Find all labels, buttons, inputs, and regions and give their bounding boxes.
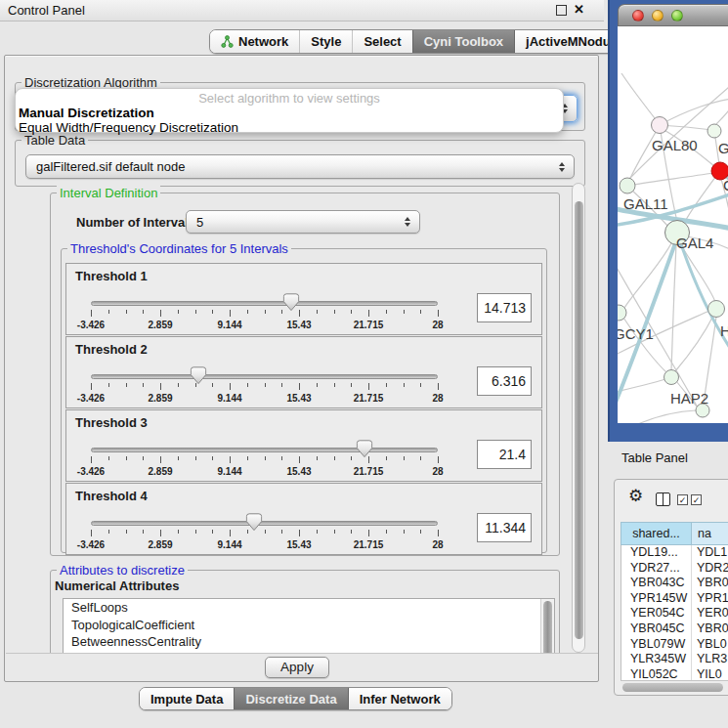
table-row[interactable]: YDL19...YDL1	[621, 545, 728, 561]
mac-minimize-button[interactable]	[652, 10, 664, 21]
attribute-item-selfloops[interactable]: SelfLoops	[64, 599, 554, 617]
threshold-value-field[interactable]: 11.344	[477, 513, 532, 542]
network-graph[interactable]: GAL80GAGAL11CGAL4GCY1HHAP2	[618, 26, 728, 423]
threshold-label: Threshold 4	[75, 489, 148, 503]
table-row[interactable]: YIL052CYIL0	[621, 667, 728, 680]
panel-vertical-scrollbar[interactable]	[572, 183, 585, 653]
slider-tick	[160, 310, 161, 317]
mac-zoom-button[interactable]	[671, 10, 683, 21]
slider-track[interactable]	[91, 448, 438, 452]
slider-tick	[317, 310, 318, 314]
tab-network[interactable]: Network	[210, 30, 299, 53]
algorithm-option-equal-width-frequency-discretization[interactable]: Equal Width/Frequency Discretization	[16, 120, 563, 135]
checkbox-checked-icon[interactable]: ✓	[691, 494, 702, 505]
tab-impute-data[interactable]: Impute Data	[140, 688, 234, 709]
scrollbar-thumb[interactable]	[575, 201, 583, 639]
slider-tick	[281, 456, 282, 460]
threshold-value-field[interactable]: 14.713	[477, 293, 532, 322]
threshold-slider[interactable]: -3.4262.8599.14415.4321.71528	[91, 515, 438, 554]
slider-tick	[438, 383, 439, 390]
cell-name: YIL0	[692, 667, 728, 680]
attributes-list[interactable]: SelfLoopsTopologicalCoefficientBetweenne…	[63, 598, 555, 653]
slider-track[interactable]	[91, 521, 438, 526]
number-of-intervals-select[interactable]: 5	[186, 210, 420, 234]
slider-tick	[230, 456, 231, 463]
network-window-titlebar[interactable]	[618, 4, 728, 26]
slider-thumb[interactable]	[357, 440, 373, 461]
attribute-item-topologicalcoefficient[interactable]: TopologicalCoefficient	[64, 617, 554, 634]
scrollbar-thumb[interactable]	[622, 683, 723, 692]
table-body[interactable]: YDL19...YDL1YDR27...YDR2YBR043CYBR0YPR14…	[621, 545, 728, 680]
attributes-items: SelfLoopsTopologicalCoefficientBetweenne…	[64, 599, 554, 651]
threshold-slider[interactable]: -3.4262.8599.14415.4321.71528	[91, 442, 438, 481]
table-row[interactable]: YBR045CYBR0	[621, 621, 728, 637]
slider-tick-label: 9.144	[217, 466, 241, 477]
slider-tick-label: 28	[432, 466, 443, 477]
slider-tick	[143, 530, 144, 534]
apply-button[interactable]: Apply	[265, 657, 329, 678]
column-header-shared-name[interactable]: shared...	[621, 522, 692, 545]
slider-tick	[317, 456, 318, 460]
table-row[interactable]: YDR27...YDR2	[621, 561, 728, 577]
tab-style[interactable]: Style	[299, 30, 352, 53]
scrollbar-thumb[interactable]	[543, 601, 552, 653]
threshold-slider[interactable]: -3.4262.8599.14415.4321.71528	[91, 368, 438, 407]
close-panel-icon[interactable]: ✕	[574, 2, 584, 17]
tab-label: Network	[238, 34, 288, 49]
group-title: Table Data	[21, 133, 88, 148]
slider-track[interactable]	[91, 301, 438, 306]
table-row[interactable]: YLR345WYLR3	[621, 652, 728, 667]
tab-discretize-data[interactable]: Discretize Data	[234, 688, 347, 709]
attributes-list-scrollbar[interactable]	[540, 599, 554, 653]
attribute-item-betweennesscentrality[interactable]: BetweennessCentrality	[64, 633, 554, 651]
slider-tick	[178, 383, 179, 387]
network-node-label: GA	[718, 140, 728, 156]
network-node[interactable]	[664, 370, 679, 385]
separator	[6, 653, 598, 654]
network-edge	[618, 410, 696, 423]
slider-tick-label: 2.859	[148, 539, 172, 550]
algorithm-option-manual-discretization[interactable]: Manual Discretization	[16, 106, 563, 120]
table-row[interactable]: YBR043CYBR0	[621, 576, 728, 591]
table-row[interactable]: YER054CYER0	[621, 606, 728, 621]
group-title: Interval Definition	[57, 186, 160, 200]
table-horizontal-scrollbar[interactable]	[621, 680, 728, 693]
tab-infer-network[interactable]: Infer Network	[348, 688, 451, 709]
slider-thumb[interactable]	[282, 293, 299, 315]
slider-tick	[195, 310, 196, 314]
slider-tick	[91, 456, 92, 463]
combo-arrows-icon	[401, 217, 414, 227]
threshold-value-field[interactable]: 21.4	[477, 440, 532, 469]
table-data-select[interactable]: galFiltered.sif default node	[25, 154, 575, 179]
slider-tick	[212, 530, 213, 534]
slider-thumb[interactable]	[191, 366, 207, 388]
network-node[interactable]	[652, 117, 668, 134]
float-window-icon[interactable]	[556, 5, 567, 16]
cell-name: YDR2	[692, 561, 728, 577]
table-panel-title: Table Panel	[621, 450, 688, 465]
table-row[interactable]: YPR145WYPR1	[621, 591, 728, 607]
threshold-slider[interactable]: -3.4262.8599.14415.4321.71528	[91, 295, 438, 334]
gear-icon[interactable]: ⚙	[628, 488, 643, 505]
slider-tick-label: 28	[432, 393, 443, 404]
network-node[interactable]	[708, 301, 725, 318]
group-title: Threshold's Coordinates for 5 Intervals	[67, 241, 291, 256]
slider-track[interactable]	[91, 374, 438, 379]
tab-cyni-toolbox[interactable]: Cyni Toolbox	[412, 30, 514, 53]
column-header-name[interactable]: na	[692, 522, 728, 545]
settings-scroll-area: Interval Definition Number of Intervals …	[11, 183, 574, 653]
slider-tick-label: 9.144	[217, 393, 241, 404]
network-node[interactable]	[707, 124, 721, 138]
columns-icon[interactable]	[656, 492, 670, 506]
slider-tick	[317, 383, 318, 387]
network-node[interactable]	[620, 178, 635, 193]
checkbox-checked-icon[interactable]: ✓	[677, 494, 688, 505]
slider-thumb[interactable]	[245, 513, 262, 535]
network-window-frame: GAL80GAGAL11CGAL4GCY1HHAP2	[608, 0, 728, 442]
network-canvas[interactable]: GAL80GAGAL11CGAL4GCY1HHAP2	[618, 26, 728, 423]
mac-close-button[interactable]	[632, 10, 644, 21]
threshold-value-field[interactable]: 6.316	[477, 366, 532, 396]
tab-select[interactable]: Select	[352, 30, 411, 53]
table-row[interactable]: YBL079WYBL0	[621, 637, 728, 653]
slider-tick	[334, 310, 335, 314]
